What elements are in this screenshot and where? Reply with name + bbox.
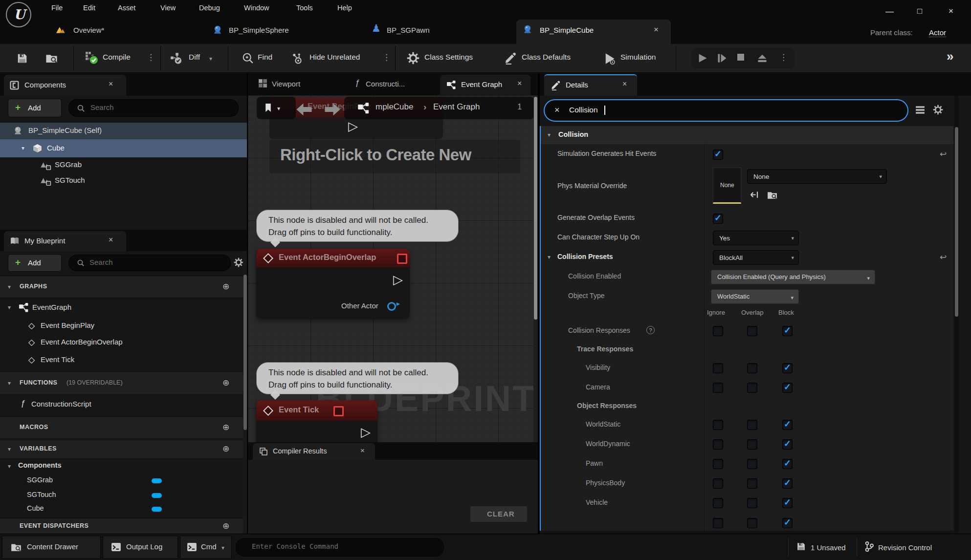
hide-unrelated-button[interactable]: Hide Unrelated xyxy=(309,53,360,62)
item-constructionscript[interactable]: ƒ ConstructionScript xyxy=(0,396,243,414)
nav-forward-icon[interactable] xyxy=(323,103,342,116)
close-icon[interactable]: × xyxy=(622,80,627,88)
phys-material-dropdown[interactable]: None ▾ xyxy=(747,169,887,184)
menu-file[interactable]: File xyxy=(51,4,63,12)
doc-tab-simplesphere[interactable]: BP_SimpleSphere xyxy=(229,26,289,34)
revision-control-button[interactable]: Revision Control xyxy=(878,543,932,552)
section-variables[interactable]: ▾ VARIABLES ⊕ xyxy=(0,440,243,459)
chevron-down-icon[interactable]: ▾ xyxy=(277,105,280,112)
debug-indicator[interactable] xyxy=(397,254,407,264)
browse-to-asset-icon[interactable] xyxy=(767,190,778,200)
minimize-button[interactable]: — xyxy=(885,7,894,17)
checkbox-overlap[interactable] xyxy=(747,363,757,373)
section-macros[interactable]: MACROS ⊕ xyxy=(0,416,243,439)
exec-pin[interactable]: ▷ xyxy=(348,120,358,132)
hide-unrelated-icon[interactable] xyxy=(291,53,305,65)
doc-tab-sgpawn[interactable]: BP_SGPawn xyxy=(387,26,430,34)
breadcrumb-trail[interactable]: mpleCube xyxy=(375,102,414,112)
chevron-down-icon[interactable]: ▾ xyxy=(209,55,212,62)
maximize-button[interactable]: □ xyxy=(917,6,922,16)
tab-event-graph[interactable]: Event Graph × xyxy=(440,75,530,95)
variable-row-sgtouch[interactable]: SGTouch xyxy=(0,489,243,502)
find-icon[interactable] xyxy=(242,52,254,65)
compile-icon[interactable] xyxy=(85,51,99,65)
node-event-tick[interactable]: Event Tick ▷ xyxy=(256,400,377,442)
section-functions[interactable]: ▾ FUNCTIONS (19 OVERRIDABLE) ⊕ xyxy=(0,371,243,395)
tree-row-sggrab[interactable]: SGGrab xyxy=(0,157,247,173)
tree-row-sgtouch[interactable]: SGTouch xyxy=(0,173,247,189)
add-blueprint-item-button[interactable]: + Add xyxy=(8,254,62,272)
parent-class-link[interactable]: Actor xyxy=(929,28,946,37)
help-icon[interactable]: ? xyxy=(646,326,655,334)
pencil-icon[interactable] xyxy=(504,52,516,65)
clear-search-icon[interactable]: × xyxy=(554,105,560,115)
simulation-icon[interactable] xyxy=(603,52,616,65)
unsaved-indicator[interactable]: 1 Unsaved xyxy=(811,543,846,552)
node-event-actorbeginoverlap[interactable]: Event ActorBeginOverlap ▷ Other Actor ▸ xyxy=(256,249,410,319)
can-character-step-dropdown[interactable]: Yes ▾ xyxy=(713,231,799,245)
play-options-icon[interactable]: ⋮ xyxy=(779,52,788,63)
console-command-input[interactable]: Enter Console Command xyxy=(235,537,445,558)
variable-row-cube[interactable]: Cube xyxy=(0,502,243,516)
object-pin[interactable] xyxy=(387,302,396,311)
myblueprint-search-input[interactable]: Search xyxy=(68,255,231,271)
bookmark-control[interactable]: ▾ xyxy=(257,97,296,119)
item-event-actorbeginoverlap[interactable]: ◇ Event ActorBeginOverlap xyxy=(0,335,243,350)
variables-group-components[interactable]: ▾ Components xyxy=(0,459,243,473)
menu-window[interactable]: Window xyxy=(244,4,269,12)
simulation-button[interactable]: Simulation xyxy=(620,53,656,62)
checkbox-ignore[interactable] xyxy=(713,420,723,430)
collapse-icon[interactable]: ▾ xyxy=(22,145,24,151)
exec-pin[interactable]: ▷ xyxy=(361,426,371,438)
save-icon[interactable] xyxy=(16,52,28,65)
use-selected-asset-icon[interactable] xyxy=(749,190,759,199)
revert-icon[interactable]: ↩ xyxy=(940,252,947,262)
checkbox-overlap[interactable] xyxy=(747,478,757,489)
checkbox-ignore[interactable] xyxy=(713,478,723,489)
details-section-collision[interactable]: ▾ Collision xyxy=(541,126,953,145)
checkbox-block-checked[interactable]: ✓ xyxy=(782,326,793,336)
checkbox-ignore[interactable] xyxy=(713,518,723,528)
stop-icon[interactable] xyxy=(736,53,747,64)
close-icon[interactable]: × xyxy=(109,80,113,88)
my-blueprint-tab[interactable]: My Blueprint × xyxy=(4,231,126,251)
add-dispatcher-icon[interactable]: ⊕ xyxy=(222,521,229,531)
details-settings-gear-icon[interactable] xyxy=(933,105,943,115)
checkbox-block-checked[interactable]: ✓ xyxy=(782,498,793,508)
debug-indicator[interactable] xyxy=(333,406,344,416)
checkbox-ignore[interactable] xyxy=(713,326,723,336)
checkbox-ignore[interactable] xyxy=(713,459,723,469)
details-scrollbar[interactable] xyxy=(954,96,959,534)
revert-icon[interactable]: ↩ xyxy=(940,149,947,159)
checkbox-checked[interactable]: ✓ xyxy=(713,150,723,160)
checkbox-ignore[interactable] xyxy=(713,439,723,450)
checkbox-overlap[interactable] xyxy=(747,518,757,528)
item-event-tick[interactable]: ◇ Event Tick xyxy=(0,353,243,367)
eject-icon[interactable] xyxy=(757,53,768,64)
add-variable-icon[interactable]: ⊕ xyxy=(222,444,229,454)
asset-thumbnail[interactable]: None xyxy=(713,168,741,204)
checkbox-block-checked[interactable]: ✓ xyxy=(782,439,793,450)
menu-debug[interactable]: Debug xyxy=(199,4,220,12)
checkbox-block-checked[interactable]: ✓ xyxy=(782,478,793,489)
menu-asset[interactable]: Asset xyxy=(118,4,135,12)
checkbox-overlap[interactable] xyxy=(747,420,757,430)
menu-view[interactable]: View xyxy=(160,4,176,12)
content-drawer-button[interactable]: Content Drawer xyxy=(2,536,101,559)
checkbox-ignore[interactable] xyxy=(713,383,723,393)
components-tab[interactable]: Components × xyxy=(4,75,126,96)
collision-enabled-dropdown[interactable]: Collision Enabled (Query and Physics) ▾ xyxy=(711,270,875,284)
checkbox-ignore[interactable] xyxy=(713,498,723,508)
add-graph-icon[interactable]: ⊕ xyxy=(222,281,229,292)
hide-unrelated-options-icon[interactable]: ⋮ xyxy=(382,52,391,63)
details-search-input[interactable]: × Collision xyxy=(544,99,908,122)
checkbox-block-checked[interactable]: ✓ xyxy=(782,383,793,393)
close-icon[interactable]: × xyxy=(360,446,365,454)
tree-row-self[interactable]: BP_SimpleCube (Self) xyxy=(0,123,247,139)
variable-row-sggrab[interactable]: SGGrab xyxy=(0,474,243,488)
frame-skip-icon[interactable] xyxy=(717,53,728,64)
nav-back-icon[interactable] xyxy=(294,103,314,116)
components-search-input[interactable]: Search xyxy=(68,99,239,117)
scrollbar-thumb[interactable] xyxy=(955,127,958,317)
checkbox-block-checked[interactable]: ✓ xyxy=(782,363,793,373)
